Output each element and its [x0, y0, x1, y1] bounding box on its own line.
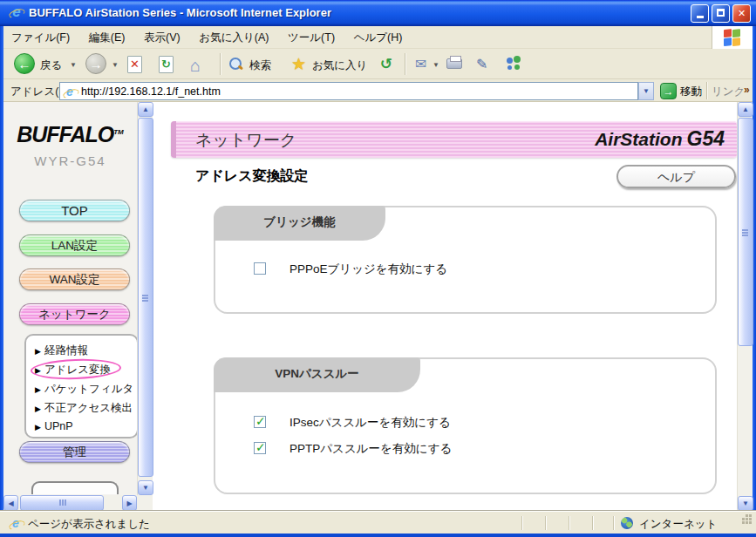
toolbar-separator — [405, 53, 406, 75]
check-icon: ✓ — [255, 440, 266, 454]
scroll-up-button[interactable]: ▲ — [738, 102, 753, 117]
favorites-label[interactable]: お気に入り — [312, 58, 367, 73]
forward-dropdown-icon[interactable]: ▼ — [112, 61, 119, 69]
sidebar-horizontal-scrollbar[interactable]: ◀ ▶ — [3, 495, 137, 511]
sidebar-button-admin[interactable]: 管理 — [19, 441, 130, 463]
minimize-button[interactable] — [691, 4, 709, 23]
minimize-icon — [697, 16, 704, 18]
windows-logo-panel — [712, 26, 753, 49]
address-input[interactable]: e http://192.168.12.1/f_net.htm — [59, 82, 638, 100]
pptp-passthrough-checkbox[interactable]: ✓ — [254, 442, 266, 454]
scroll-right-button[interactable]: ▶ — [122, 495, 137, 511]
chevron-icon[interactable]: » — [744, 84, 750, 96]
scrollbar-thumb[interactable] — [738, 118, 753, 346]
back-button[interactable]: ← — [14, 53, 35, 74]
sidebar-clipped-button[interactable] — [31, 481, 119, 494]
section-vpn-passthrough: VPNパススルー ✓ IPsecパススルーを有効にする ✓ PPTPパススルーを… — [214, 357, 717, 494]
check-icon: ✓ — [255, 414, 266, 428]
forward-button[interactable]: → — [85, 53, 106, 74]
option-row: ✓ IPsecパススルーを有効にする — [254, 416, 451, 429]
sidebar-button-lan[interactable]: LAN設定 — [19, 235, 130, 256]
sidebar-vertical-scrollbar[interactable]: ▲ ▼ — [137, 102, 153, 495]
menu-file[interactable]: ファイル(F) — [3, 26, 78, 45]
toolbar-separator — [706, 82, 708, 99]
model-label: WYR-G54 — [3, 153, 137, 168]
scrollbar-thumb[interactable] — [138, 118, 153, 477]
mail-icon[interactable]: ✉ — [415, 56, 426, 72]
menu-tools[interactable]: ツール(T) — [280, 26, 343, 45]
go-label[interactable]: 移動 — [680, 85, 702, 99]
menu-bar: ファイル(F) 編集(E) 表示(V) お気に入り(A) ツール(T) ヘルプ(… — [3, 26, 753, 49]
banner-left-cap — [171, 121, 176, 158]
option-label: PPTPパススルーを有効にする — [289, 442, 452, 455]
address-dropdown-button[interactable]: ▼ — [638, 82, 654, 100]
search-label[interactable]: 検索 — [249, 58, 271, 73]
option-label: IPsecパススルーを有効にする — [289, 416, 451, 429]
section-tab: ブリッジ機能 — [214, 206, 385, 241]
stop-icon: ✕ — [130, 58, 140, 71]
sidebar-button-wan[interactable]: WAN設定 — [19, 268, 130, 290]
scroll-left-button[interactable]: ◀ — [3, 495, 18, 511]
sidebar-link-packet-filter[interactable]: ▶パケットフィルタ — [35, 382, 133, 397]
menu-help[interactable]: ヘルプ(H) — [346, 26, 411, 45]
triangle-icon: ▶ — [35, 423, 41, 432]
mail-dropdown-icon[interactable]: ▼ — [432, 61, 439, 69]
sidebar-button-top[interactable]: TOP — [19, 200, 130, 221]
close-button[interactable]: ✕ — [732, 4, 751, 23]
back-dropdown-icon[interactable]: ▼ — [70, 61, 77, 69]
status-page-icon: e — [9, 516, 23, 530]
globe-icon — [621, 517, 633, 529]
ie-logo-icon: e — [9, 4, 24, 20]
resize-grip[interactable] — [742, 521, 745, 524]
refresh-icon: ↻ — [161, 58, 171, 71]
triangle-icon: ▶ — [35, 385, 41, 394]
sidebar-link-intrusion-detector[interactable]: ▶不正アクセス検出 — [35, 401, 133, 416]
internet-zone-label: インターネット — [639, 517, 717, 532]
scrollbar-thumb[interactable] — [20, 495, 104, 511]
maximize-button[interactable] — [712, 4, 730, 23]
stop-button[interactable]: ✕ — [127, 56, 142, 73]
go-icon[interactable]: → — [660, 83, 677, 99]
section-bridge: ブリッジ機能 ✓ PPPoEブリッジを有効にする — [214, 206, 717, 314]
links-label[interactable]: リンク — [712, 85, 745, 99]
status-separator — [545, 516, 547, 530]
sidebar-link-upnp[interactable]: ▶UPnP — [35, 420, 73, 432]
sidebar-link-routes[interactable]: ▶経路情報 — [35, 343, 88, 358]
refresh-button[interactable]: ↻ — [159, 56, 174, 73]
help-button[interactable]: ヘルプ — [616, 165, 736, 188]
pppoe-bridge-checkbox[interactable]: ✓ — [254, 262, 266, 275]
menu-view[interactable]: 表示(V) — [136, 26, 188, 45]
scrollbar-corner — [137, 495, 153, 511]
history-icon[interactable]: ↺ — [380, 55, 392, 73]
sidebar-button-network[interactable]: ネットワーク — [19, 303, 130, 325]
triangle-icon: ▶ — [35, 347, 41, 356]
status-bar: e ページが表示されました インターネット — [0, 511, 756, 534]
standard-toolbar: ← 戻る ▼ → ▼ ✕ ↻ ⌂ 検索 ★ お気に入り ↺ ✉ ▼ ✎ — [3, 49, 753, 79]
scroll-down-button[interactable]: ▼ — [138, 480, 153, 495]
favorites-star-icon[interactable]: ★ — [291, 54, 306, 74]
edit-icon[interactable]: ✎ — [476, 56, 487, 72]
title-bar[interactable]: e BUFFALO AirStation Series - Microsoft … — [0, 0, 756, 26]
window-title: BUFFALO AirStation Series - Microsoft In… — [29, 6, 331, 19]
option-row: ✓ PPPoEブリッジを有効にする — [254, 262, 447, 275]
section-tab: VPNパススルー — [214, 357, 420, 392]
ipsec-passthrough-checkbox[interactable]: ✓ — [254, 416, 266, 428]
sidebar-submenu-panel: ▶経路情報 ▶アドレス変換 ▶パケットフィルタ ▶不正アクセス検出 ▶UPnP — [24, 334, 139, 438]
scroll-down-button[interactable]: ▼ — [738, 496, 753, 511]
scroll-up-button[interactable]: ▲ — [138, 102, 153, 117]
menu-favorites[interactable]: お気に入り(A) — [191, 26, 276, 45]
search-icon[interactable] — [228, 57, 244, 72]
address-url[interactable]: http://192.168.12.1/f_net.htm — [81, 85, 221, 98]
airstation-logo: AirStationG54 — [595, 127, 725, 151]
maximize-icon — [717, 9, 725, 17]
status-separator — [569, 516, 570, 530]
messenger-icon[interactable] — [506, 56, 521, 71]
window-border-bottom — [0, 534, 756, 537]
back-label[interactable]: 戻る — [40, 58, 62, 73]
print-icon[interactable] — [446, 58, 462, 69]
main-vertical-scrollbar[interactable]: ▲ ▼ — [737, 102, 753, 511]
status-separator — [592, 516, 594, 530]
menu-edit[interactable]: 編集(E) — [81, 26, 133, 45]
home-button[interactable]: ⌂ — [190, 56, 201, 76]
page-banner: ネットワーク AirStationG54 — [171, 121, 737, 158]
